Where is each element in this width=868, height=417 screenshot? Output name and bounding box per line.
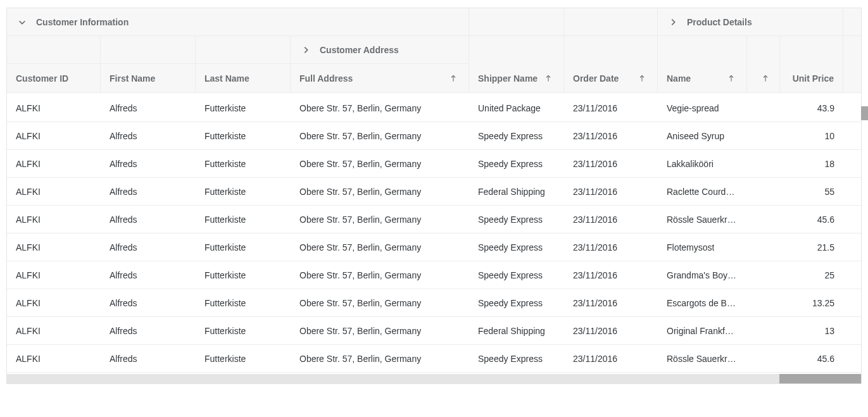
cell: 23/11/2016: [564, 261, 658, 289]
cell: Obere Str. 57, Berlin, Germany: [291, 178, 469, 205]
group-header-customer-info[interactable]: Customer Information: [7, 8, 469, 36]
vertical-scrollbar-thumb[interactable]: [861, 106, 868, 120]
cell-text: 13: [824, 326, 834, 336]
cell: Alfreds: [101, 289, 196, 316]
sort-ascending-icon: [725, 72, 738, 85]
cell: 21.5: [780, 233, 843, 261]
cell: [843, 289, 861, 316]
cell: Grandma's Boys...: [658, 261, 747, 289]
subgroup-empty: [658, 36, 747, 64]
cell: Alfreds: [101, 150, 196, 177]
table-row[interactable]: ALFKIAlfredsFutterkisteObere Str. 57, Be…: [7, 178, 861, 206]
cell-text: Alfreds: [110, 298, 137, 308]
cell-text: Alfreds: [110, 215, 137, 225]
cell-text: Futterkiste: [204, 187, 246, 197]
cell: ALFKI: [7, 206, 101, 233]
column-header-row: Customer ID First Name Last Name Full Ad…: [7, 64, 861, 93]
table-row[interactable]: ALFKIAlfredsFutterkisteObere Str. 57, Be…: [7, 94, 861, 122]
cell: Futterkiste: [196, 94, 291, 121]
subgroup-empty: [780, 36, 843, 64]
table-row[interactable]: ALFKIAlfredsFutterkisteObere Str. 57, Be…: [7, 261, 861, 289]
data-grid: Customer Information Product Details: [6, 8, 862, 384]
cell-text: 23/11/2016: [573, 242, 617, 252]
cell: Futterkiste: [196, 122, 291, 149]
cell-text: Alfreds: [110, 103, 137, 113]
column-header-full-address[interactable]: Full Address: [291, 64, 469, 93]
column-header-first-name[interactable]: First Name: [101, 64, 196, 93]
column-header-name[interactable]: Name: [658, 64, 747, 93]
cell-text: ALFKI: [16, 270, 41, 280]
cell-text: Federal Shipping: [478, 326, 545, 336]
cell-text: Obere Str. 57, Berlin, Germany: [299, 354, 421, 364]
group-header-product-details[interactable]: Product Details: [658, 8, 843, 36]
column-header-unit-price[interactable]: Unit Price: [780, 64, 843, 93]
cell: [843, 345, 861, 372]
cell: 23/11/2016: [564, 317, 658, 344]
subgroup-customer-address[interactable]: Customer Address: [291, 36, 469, 64]
cell: Escargots de Bo...: [658, 289, 747, 316]
table-row[interactable]: ALFKIAlfredsFutterkisteObere Str. 57, Be…: [7, 206, 861, 233]
horizontal-scrollbar-thumb[interactable]: [779, 374, 861, 383]
cell-text: Federal Shipping: [478, 187, 545, 197]
cell: Speedy Express: [469, 345, 564, 372]
cell: [843, 150, 861, 177]
table-row[interactable]: ALFKIAlfredsFutterkisteObere Str. 57, Be…: [7, 289, 861, 317]
cell: Obere Str. 57, Berlin, Germany: [291, 317, 469, 344]
cell-text: ALFKI: [16, 215, 41, 225]
cell: 18: [780, 150, 843, 177]
table-row[interactable]: ALFKIAlfredsFutterkisteObere Str. 57, Be…: [7, 345, 861, 373]
table-row[interactable]: ALFKIAlfredsFutterkisteObere Str. 57, Be…: [7, 233, 861, 261]
subgroup-empty: [564, 36, 658, 64]
cell-text: Rössle Sauerkraut: [667, 215, 738, 225]
cell: 23/11/2016: [564, 233, 658, 261]
cell: Vegie-spread: [658, 94, 747, 121]
chevron-right-icon: [299, 44, 312, 56]
cell-text: Obere Str. 57, Berlin, Germany: [299, 215, 421, 225]
cell-text: Alfreds: [110, 242, 137, 252]
cell-text: 21.5: [817, 242, 834, 252]
cell: ALFKI: [7, 317, 101, 344]
cell-text: 23/11/2016: [573, 354, 617, 364]
horizontal-scrollbar[interactable]: [7, 374, 861, 383]
cell: [747, 233, 780, 261]
cell: 23/11/2016: [564, 289, 658, 316]
cell: ALFKI: [7, 178, 101, 205]
table-row[interactable]: ALFKIAlfredsFutterkisteObere Str. 57, Be…: [7, 317, 861, 345]
cell: 23/11/2016: [564, 178, 658, 205]
cell: [843, 261, 861, 289]
cell-text: Speedy Express: [478, 131, 543, 141]
column-header-customer-id[interactable]: Customer ID: [7, 64, 101, 93]
cell-text: Speedy Express: [478, 270, 543, 280]
cell: [747, 345, 780, 372]
cell-text: 10: [824, 131, 834, 141]
column-header-shipper-name[interactable]: Shipper Name: [469, 64, 564, 93]
table-row[interactable]: ALFKIAlfredsFutterkisteObere Str. 57, Be…: [7, 150, 861, 178]
cell: 23/11/2016: [564, 94, 658, 121]
subgroup-empty: [101, 36, 196, 64]
cell-text: Speedy Express: [478, 215, 543, 225]
cell-text: Raclette Courdav...: [667, 187, 738, 197]
cell: [747, 122, 780, 149]
cell-text: ALFKI: [16, 159, 41, 169]
column-header-hidden-sorted[interactable]: [747, 64, 780, 93]
cell: Futterkiste: [196, 345, 291, 372]
grid-header: Customer Information Product Details: [7, 8, 861, 93]
cell: [747, 261, 780, 289]
cell-text: Obere Str. 57, Berlin, Germany: [299, 326, 421, 336]
cell: ALFKI: [7, 122, 101, 149]
table-row[interactable]: ALFKIAlfredsFutterkisteObere Str. 57, Be…: [7, 122, 861, 150]
column-header-order-date[interactable]: Order Date: [564, 64, 658, 93]
cell: ALFKI: [7, 261, 101, 289]
cell: Federal Shipping: [469, 178, 564, 205]
cell: Futterkiste: [196, 150, 291, 177]
cell: Obere Str. 57, Berlin, Germany: [291, 233, 469, 261]
group-label: Customer Information: [36, 17, 129, 27]
cell: Rössle Sauerkraut: [658, 206, 747, 233]
cell: Futterkiste: [196, 261, 291, 289]
cell: [843, 94, 861, 121]
cell: Speedy Express: [469, 289, 564, 316]
spacer: [843, 36, 861, 64]
cell-text: Obere Str. 57, Berlin, Germany: [299, 270, 421, 280]
spacer: [843, 8, 861, 36]
column-header-last-name[interactable]: Last Name: [196, 64, 291, 93]
